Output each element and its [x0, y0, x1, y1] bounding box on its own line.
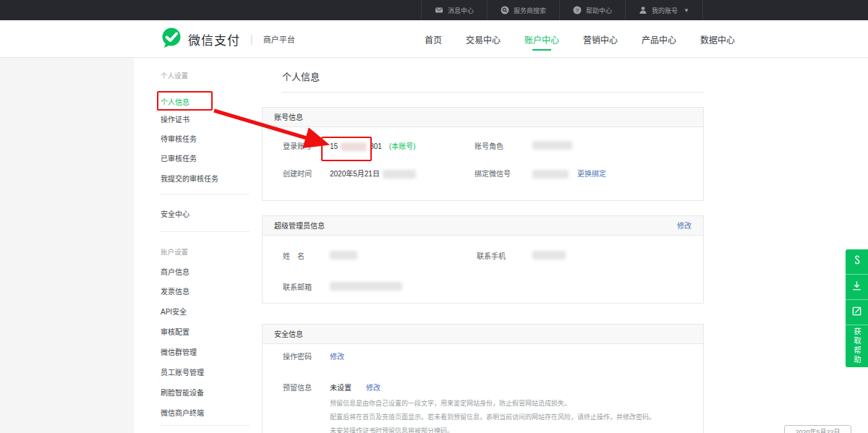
- reserved-info-label: 预留信息: [283, 382, 312, 394]
- nav-item-marketing-center[interactable]: 营销中心: [583, 20, 618, 58]
- logo-separator: |: [250, 33, 253, 45]
- account-info-header: 账号信息: [263, 108, 703, 127]
- bound-wechat-label: 绑定微信号: [475, 168, 511, 180]
- nav-item-data-center[interactable]: 数据中心: [700, 20, 735, 58]
- sidebar-item-merchant-info[interactable]: 商户信息: [161, 266, 190, 277]
- security-row-2: 预留信息 未设置 修改: [263, 382, 703, 394]
- created-time-value: 2020年5月21日: [330, 168, 416, 180]
- name-label: 姓 名: [283, 251, 305, 262]
- sidebar-group-personal-settings: 个人设置: [161, 70, 188, 80]
- login-account-suffix: 301: [370, 141, 382, 153]
- nav-item-product-center[interactable]: 产品中心: [642, 20, 676, 58]
- redacted-email: [330, 282, 402, 291]
- topbar-item-provider-search[interactable]: 服务商搜索: [487, 0, 559, 20]
- topbar-items: 消息中心 服务商搜索 ? 帮助中心 我的账号 ▼: [421, 0, 703, 20]
- sidebar-divider: [161, 194, 250, 194]
- nav-item-transaction-center[interactable]: 交易中心: [466, 20, 501, 58]
- chevron-down-icon: ▼: [684, 7, 689, 14]
- sidebar-item-api-security[interactable]: API安全: [161, 306, 187, 317]
- contact-service-button[interactable]: [846, 249, 868, 275]
- bound-wechat-value: 更换绑定: [532, 168, 606, 180]
- edit-icon: [851, 306, 862, 320]
- sidebar-divider: [161, 425, 250, 426]
- topbar: 消息中心 服务商搜索 ? 帮助中心 我的账号 ▼: [0, 0, 868, 20]
- help-icon: ?: [573, 6, 582, 14]
- account-role-value: [532, 141, 572, 150]
- own-account-tag: (本账号): [389, 141, 416, 153]
- edit-password-link[interactable]: 修改: [330, 351, 344, 363]
- account-row-2: 创建时间 2020年5月21日 绑定微信号 更换绑定: [263, 168, 703, 180]
- change-binding-link[interactable]: 更换绑定: [577, 168, 606, 180]
- account-role-label: 账号角色: [475, 141, 503, 153]
- logo-text: 微信支付: [188, 30, 240, 48]
- nav-item-account-center[interactable]: 账户中心: [524, 20, 559, 58]
- security-info-header: 安全信息: [263, 325, 703, 344]
- sidebar-item-staff-account-management[interactable]: 员工账号管理: [161, 366, 204, 377]
- reserved-info-desc-2: 配置后将在首页及充值页面显示。若未看到预留信息，表明当前访问的网站存在风险，请终…: [330, 411, 655, 424]
- admin-row-2: 联系邮箱: [263, 282, 703, 293]
- contact-phone-value: [532, 251, 566, 260]
- user-icon: [639, 6, 647, 14]
- redacted-phone: [532, 251, 566, 260]
- feedback-button[interactable]: [846, 300, 868, 325]
- edit-reserved-info-link[interactable]: 修改: [366, 382, 380, 394]
- sidebar-item-review-config[interactable]: 审核配置: [161, 326, 190, 337]
- reserved-info-desc-3: 未安装操作证书时预留信息将被部分掩码。: [330, 424, 454, 433]
- account-row-1: 登录账号 15301 (本账号) 账号角色: [263, 141, 703, 153]
- sidebar-item-face-payment-devices[interactable]: 刷脸智能设备: [161, 387, 204, 398]
- super-admin-title: 超级管理员信息: [274, 222, 325, 230]
- super-admin-section: 超级管理员信息 修改 姓 名 联系手机 联系邮箱: [262, 215, 704, 304]
- contact-email-value: [330, 282, 402, 291]
- topbar-item-label: 消息中心: [448, 6, 474, 15]
- sidebar-item-pending-review-tasks[interactable]: 待审核任务: [161, 133, 197, 144]
- security-info-section: 安全信息 操作密码 修改 预留信息 未设置 修改 预留信息是由你自己设置的一段文…: [262, 324, 704, 433]
- logo[interactable]: 微信支付 | 商户平台: [161, 20, 295, 58]
- sidebar-group-account-settings: 账户设置: [161, 246, 188, 257]
- topbar-item-messages[interactable]: 消息中心: [421, 0, 487, 20]
- redacted-login-middle: [341, 142, 367, 151]
- account-info-section: 账号信息 登录账号 15301 (本账号) 账号角色 创建时间 2020年5月2…: [262, 107, 704, 201]
- topbar-item-help-center[interactable]: ? 帮助中心: [559, 0, 625, 20]
- created-date: 2020年5月21日: [330, 168, 380, 180]
- contact-phone-label: 联系手机: [477, 251, 506, 262]
- topbar-item-my-account[interactable]: 我的账号 ▼: [625, 0, 703, 20]
- nav-item-home[interactable]: 首页: [425, 20, 442, 58]
- header: 微信支付 | 商户平台 首页 交易中心 账户中心 营销中心 产品中心 数据中心: [0, 20, 868, 58]
- contact-email-label: 联系邮箱: [283, 282, 312, 293]
- svg-text:?: ?: [576, 7, 579, 14]
- login-account-prefix: 15: [330, 141, 338, 153]
- topbar-item-label: 我的账号: [652, 6, 678, 15]
- created-time-label: 创建时间: [283, 168, 312, 180]
- get-help-button[interactable]: 获取帮助: [846, 325, 868, 367]
- sidebar-item-security-center[interactable]: 安全中心: [161, 208, 190, 219]
- sidebar-item-personal-info[interactable]: 个人信息: [161, 96, 190, 107]
- topbar-item-label: 服务商搜索: [514, 6, 546, 15]
- operation-password-label: 操作密码: [283, 351, 312, 363]
- sidebar-item-operation-certificate[interactable]: 操作证书: [161, 113, 190, 124]
- contact-service-icon: [851, 255, 862, 269]
- primary-nav: 首页 交易中心 账户中心 营销中心 产品中心 数据中心: [425, 20, 735, 58]
- merchant-platform-page: 消息中心 服务商搜索 ? 帮助中心 我的账号 ▼: [0, 0, 868, 433]
- download-icon: [851, 280, 862, 294]
- sidebar-item-wechat-merchant-terminal[interactable]: 微信商户终端: [161, 407, 204, 418]
- super-admin-header: 超级管理员信息 修改: [263, 216, 703, 236]
- edit-admin-link[interactable]: 修改: [677, 216, 692, 236]
- sidebar-item-invoice-info[interactable]: 发票信息: [161, 286, 190, 296]
- topbar-item-label: 帮助中心: [586, 6, 612, 15]
- sidebar-item-wechat-group-management[interactable]: 微信群管理: [161, 346, 197, 357]
- name-value: [330, 251, 357, 260]
- reserved-info-desc-1: 预留信息是由你自己设置的一段文字，用来鉴定网站身份，防止假冒网站造成损失。: [330, 397, 571, 411]
- admin-row-1: 姓 名 联系手机: [263, 251, 703, 262]
- redacted-wechat-id: [532, 170, 569, 179]
- sidebar-item-my-submitted-tasks[interactable]: 我提交的审核任务: [161, 173, 218, 184]
- login-account-value: 15301 (本账号): [330, 141, 415, 153]
- mail-icon: [435, 6, 443, 14]
- sidebar: 个人设置 个人信息 操作证书 待审核任务 已审核任务 我提交的审核任务 安全中心…: [134, 58, 250, 433]
- sidebar-divider: [161, 231, 250, 232]
- download-button[interactable]: [846, 275, 868, 300]
- wechat-pay-logo-icon: [161, 27, 182, 51]
- security-row-1: 操作密码 修改: [263, 351, 703, 363]
- logo-subtitle: 商户平台: [263, 33, 295, 45]
- sidebar-item-reviewed-tasks[interactable]: 已审核任务: [161, 153, 197, 163]
- redacted-name: [330, 251, 357, 260]
